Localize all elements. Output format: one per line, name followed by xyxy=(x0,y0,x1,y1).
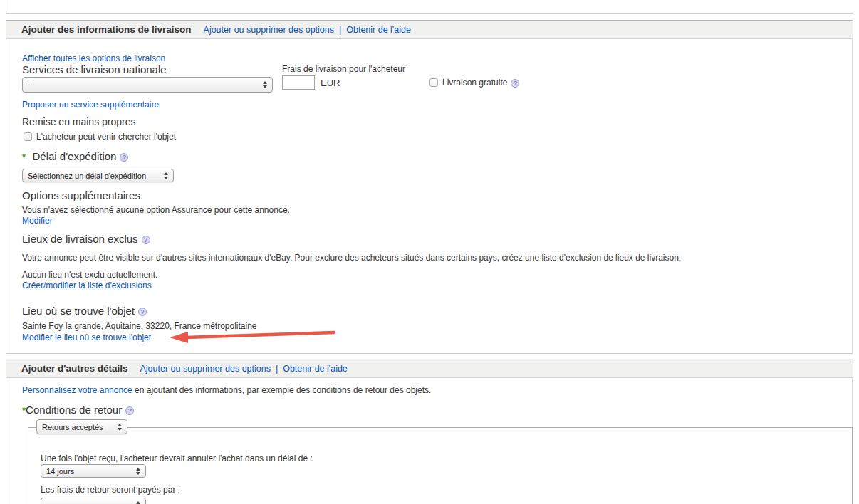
free-shipping-label: Livraison gratuite? xyxy=(442,78,519,88)
returns-accepted-select-value: Retours acceptés xyxy=(42,423,103,431)
help-icon[interactable]: ? xyxy=(125,406,134,415)
local-pickup-heading: Remise en mains propres xyxy=(22,116,136,127)
return-window-select[interactable]: 14 jours xyxy=(41,464,146,478)
previous-section-left-edge xyxy=(6,0,6,14)
return-cost-select[interactable] xyxy=(41,498,146,504)
shipping-cost-input[interactable] xyxy=(282,75,315,90)
local-pickup-label: L'acheteur peut venir chercher l'objet xyxy=(36,132,176,142)
handling-time-heading: * Délai d'expédition? xyxy=(22,150,128,163)
shipping-service-select[interactable]: – xyxy=(22,77,273,93)
stepper-arrows-icon xyxy=(136,501,140,504)
add-extra-service-link[interactable]: Proposer un service supplémentaire xyxy=(22,100,159,110)
item-location-heading: Lieu où se trouve l'objet? xyxy=(22,305,147,317)
stepper-arrows-icon xyxy=(263,81,267,88)
help-icon[interactable]: ? xyxy=(511,79,519,88)
local-pickup-checkbox[interactable] xyxy=(24,132,32,141)
add-remove-options-link[interactable]: Ajouter ou supprimer des options xyxy=(204,25,334,35)
previous-section-bottom-edge xyxy=(6,13,853,14)
handling-time-select[interactable]: Sélectionnez un délai d'expédition xyxy=(22,169,174,182)
currency-label: EUR xyxy=(321,78,340,88)
return-window-select-value: 14 jours xyxy=(46,467,74,476)
shipping-section-title: Ajouter des informations de livraison xyxy=(21,24,192,35)
details-section-header: Ajouter d'autres détails Ajouter ou supp… xyxy=(6,359,853,378)
return-cost-label: Les frais de retour seront payés par : xyxy=(41,485,180,495)
link-separator: | xyxy=(339,25,341,35)
get-help-link[interactable]: Obtenir de l'aide xyxy=(283,364,348,374)
personalize-listing-link[interactable]: Personnalisez votre annonce xyxy=(22,385,132,395)
help-icon[interactable]: ? xyxy=(142,236,150,244)
annotation-arrow-icon xyxy=(169,328,337,344)
extra-options-text: Vous n'avez sélectionné aucune option As… xyxy=(22,205,290,215)
stepper-arrows-icon xyxy=(118,424,122,431)
link-separator: | xyxy=(276,364,278,374)
personalize-text: en ajoutant des informations, par exempl… xyxy=(132,385,432,395)
show-all-shipping-options-link[interactable]: Afficher toutes les options de livraison xyxy=(22,53,165,63)
handling-time-select-value: Sélectionnez un délai d'expédition xyxy=(28,172,146,180)
get-help-link[interactable]: Obtenir de l'aide xyxy=(346,25,411,35)
details-section-body: Personnalisez votre annonce en ajoutant … xyxy=(6,378,853,504)
help-icon[interactable]: ? xyxy=(120,153,128,162)
free-shipping-checkbox[interactable] xyxy=(430,78,438,87)
excluded-locations-text: Votre annonce peut être visible sur d'au… xyxy=(22,253,841,263)
shipping-section-body: Afficher toutes les options de livraison… xyxy=(6,39,853,354)
shipping-section-header: Ajouter des informations de livraison Aj… xyxy=(6,20,853,39)
personalize-line: Personnalisez votre annonce en ajoutant … xyxy=(22,385,431,395)
details-section-title: Ajouter d'autres détails xyxy=(21,363,128,374)
stepper-arrows-icon xyxy=(136,468,140,475)
help-icon[interactable]: ? xyxy=(138,308,147,316)
listing-form-page: Ajouter des informations de livraison Aj… xyxy=(0,0,859,504)
excluded-locations-status: Aucun lieu n'est exclu actuellement. xyxy=(22,270,157,280)
modify-insurance-link[interactable]: Modifier xyxy=(22,216,53,226)
required-marker: * xyxy=(22,152,26,162)
returns-accepted-select[interactable]: Retours acceptés xyxy=(36,419,127,434)
extra-options-heading: Options supplémentaires xyxy=(22,189,140,201)
edit-item-location-link[interactable]: Modifier le lieu où se trouve l'objet xyxy=(22,332,151,342)
stepper-arrows-icon xyxy=(164,172,168,179)
shipping-cost-label: Frais de livraison pour l'acheteur xyxy=(282,64,405,74)
add-remove-options-link[interactable]: Ajouter ou supprimer des options xyxy=(140,364,271,374)
return-window-label: Une fois l'objet reçu, l'acheteur devrai… xyxy=(41,453,313,463)
domestic-shipping-heading: Services de livraison nationale xyxy=(22,63,167,75)
edit-exclusion-list-link[interactable]: Créer/modifier la liste d'exclusions xyxy=(22,280,152,290)
excluded-locations-heading: Lieux de livraison exclus? xyxy=(22,233,150,246)
return-conditions-heading: *Conditions de retour? xyxy=(22,404,134,416)
shipping-service-select-value: – xyxy=(28,80,33,90)
